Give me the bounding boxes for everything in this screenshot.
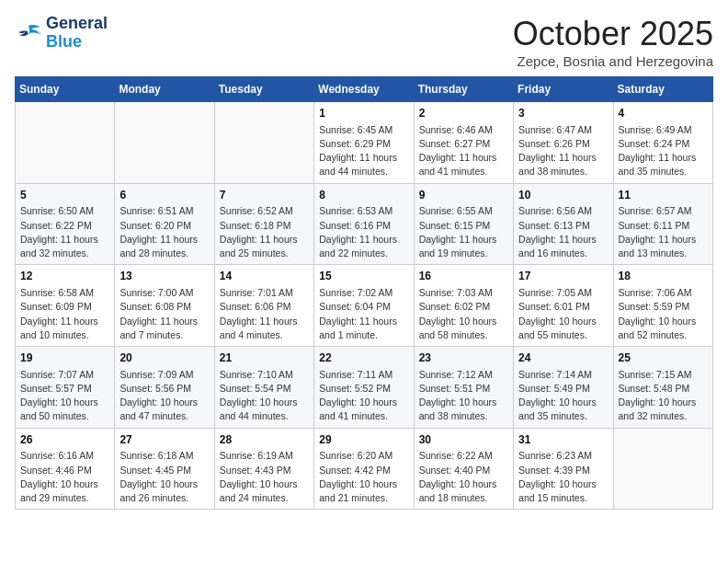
day-info: Sunrise: 7:12 AM Sunset: 5:51 PM Dayligh… [419, 368, 508, 424]
calendar-cell [16, 102, 115, 184]
calendar-cell: 15Sunrise: 7:02 AM Sunset: 6:04 PM Dayli… [314, 265, 414, 347]
day-number: 25 [619, 350, 708, 366]
day-info: Sunrise: 7:01 AM Sunset: 6:06 PM Dayligh… [220, 286, 309, 342]
calendar-week-3: 12Sunrise: 6:58 AM Sunset: 6:09 PM Dayli… [16, 265, 713, 347]
day-info: Sunrise: 6:49 AM Sunset: 6:24 PM Dayligh… [619, 123, 708, 179]
day-number: 21 [220, 350, 309, 366]
day-info: Sunrise: 6:50 AM Sunset: 6:22 PM Dayligh… [20, 204, 109, 260]
day-number: 4 [619, 106, 708, 121]
page-header: General Blue October 2025 Zepce, Bosnia … [15, 15, 713, 69]
day-number: 14 [220, 269, 309, 284]
logo-icon [15, 22, 42, 44]
calendar-cell: 20Sunrise: 7:09 AM Sunset: 5:56 PM Dayli… [115, 347, 214, 429]
calendar-week-4: 19Sunrise: 7:07 AM Sunset: 5:57 PM Dayli… [16, 347, 713, 429]
day-info: Sunrise: 6:58 AM Sunset: 6:09 PM Dayligh… [20, 286, 109, 342]
logo: General Blue [15, 15, 108, 52]
day-info: Sunrise: 6:53 AM Sunset: 6:16 PM Dayligh… [319, 204, 408, 260]
calendar-cell: 2Sunrise: 6:46 AM Sunset: 6:27 PM Daylig… [414, 102, 513, 184]
calendar-cell: 14Sunrise: 7:01 AM Sunset: 6:06 PM Dayli… [214, 265, 313, 347]
day-number: 18 [619, 269, 708, 284]
day-info: Sunrise: 6:56 AM Sunset: 6:13 PM Dayligh… [518, 204, 608, 260]
day-info: Sunrise: 6:19 AM Sunset: 4:43 PM Dayligh… [220, 449, 309, 505]
calendar-cell: 23Sunrise: 7:12 AM Sunset: 5:51 PM Dayli… [414, 347, 513, 429]
day-number: 8 [319, 188, 408, 203]
day-number: 5 [20, 188, 109, 203]
day-info: Sunrise: 7:02 AM Sunset: 6:04 PM Dayligh… [319, 286, 408, 342]
calendar-cell [613, 428, 712, 510]
day-number: 16 [419, 269, 508, 284]
column-header-saturday: Saturday [613, 77, 712, 102]
calendar-cell: 13Sunrise: 7:00 AM Sunset: 6:08 PM Dayli… [115, 265, 214, 347]
calendar-cell: 27Sunrise: 6:18 AM Sunset: 4:45 PM Dayli… [115, 428, 214, 510]
calendar-cell: 7Sunrise: 6:52 AM Sunset: 6:18 PM Daylig… [214, 183, 313, 265]
day-number: 7 [220, 188, 309, 203]
calendar-cell: 16Sunrise: 7:03 AM Sunset: 6:02 PM Dayli… [414, 265, 513, 347]
day-number: 30 [419, 432, 508, 448]
day-info: Sunrise: 7:05 AM Sunset: 6:01 PM Dayligh… [518, 286, 608, 342]
day-number: 23 [419, 350, 508, 366]
day-info: Sunrise: 6:52 AM Sunset: 6:18 PM Dayligh… [220, 204, 309, 260]
day-number: 28 [220, 432, 309, 448]
day-number: 22 [319, 350, 408, 366]
day-number: 27 [119, 432, 209, 448]
day-info: Sunrise: 6:45 AM Sunset: 6:29 PM Dayligh… [319, 123, 408, 179]
calendar-cell: 5Sunrise: 6:50 AM Sunset: 6:22 PM Daylig… [16, 183, 115, 265]
day-number: 15 [319, 269, 408, 284]
day-info: Sunrise: 6:51 AM Sunset: 6:20 PM Dayligh… [119, 204, 209, 260]
calendar-cell: 11Sunrise: 6:57 AM Sunset: 6:11 PM Dayli… [613, 183, 712, 265]
day-info: Sunrise: 7:15 AM Sunset: 5:48 PM Dayligh… [619, 368, 708, 424]
day-info: Sunrise: 7:11 AM Sunset: 5:52 PM Dayligh… [319, 368, 408, 424]
day-number: 20 [119, 350, 209, 366]
day-number: 6 [119, 188, 209, 203]
day-info: Sunrise: 6:16 AM Sunset: 4:46 PM Dayligh… [20, 449, 109, 505]
column-header-tuesday: Tuesday [214, 77, 313, 102]
calendar-cell: 1Sunrise: 6:45 AM Sunset: 6:29 PM Daylig… [314, 102, 414, 184]
calendar-cell: 29Sunrise: 6:20 AM Sunset: 4:42 PM Dayli… [314, 428, 414, 510]
day-number: 24 [518, 350, 608, 366]
calendar-week-1: 1Sunrise: 6:45 AM Sunset: 6:29 PM Daylig… [16, 102, 713, 184]
day-number: 19 [20, 350, 109, 366]
calendar-cell: 4Sunrise: 6:49 AM Sunset: 6:24 PM Daylig… [613, 102, 712, 184]
day-info: Sunrise: 7:07 AM Sunset: 5:57 PM Dayligh… [20, 368, 109, 424]
calendar-cell: 8Sunrise: 6:53 AM Sunset: 6:16 PM Daylig… [314, 183, 414, 265]
calendar-cell: 24Sunrise: 7:14 AM Sunset: 5:49 PM Dayli… [514, 347, 613, 429]
calendar-week-5: 26Sunrise: 6:16 AM Sunset: 4:46 PM Dayli… [16, 428, 713, 510]
day-info: Sunrise: 7:10 AM Sunset: 5:54 PM Dayligh… [220, 368, 309, 424]
day-number: 10 [518, 188, 608, 203]
day-info: Sunrise: 7:06 AM Sunset: 5:59 PM Dayligh… [619, 286, 708, 342]
day-info: Sunrise: 6:46 AM Sunset: 6:27 PM Dayligh… [419, 123, 508, 179]
calendar-cell: 19Sunrise: 7:07 AM Sunset: 5:57 PM Dayli… [16, 347, 115, 429]
calendar-cell: 25Sunrise: 7:15 AM Sunset: 5:48 PM Dayli… [613, 347, 712, 429]
calendar-week-2: 5Sunrise: 6:50 AM Sunset: 6:22 PM Daylig… [16, 183, 713, 265]
calendar-cell: 30Sunrise: 6:22 AM Sunset: 4:40 PM Dayli… [414, 428, 513, 510]
calendar-cell: 28Sunrise: 6:19 AM Sunset: 4:43 PM Dayli… [214, 428, 313, 510]
day-number: 11 [619, 188, 708, 203]
day-number: 2 [419, 106, 508, 121]
column-header-sunday: Sunday [16, 77, 115, 102]
day-number: 13 [119, 269, 209, 284]
day-number: 1 [319, 106, 408, 121]
calendar-cell: 3Sunrise: 6:47 AM Sunset: 6:26 PM Daylig… [514, 102, 613, 184]
day-info: Sunrise: 7:00 AM Sunset: 6:08 PM Dayligh… [119, 286, 209, 342]
day-number: 26 [20, 432, 109, 448]
calendar-cell [214, 102, 313, 184]
day-number: 3 [518, 106, 608, 121]
day-number: 29 [319, 432, 408, 448]
day-info: Sunrise: 7:09 AM Sunset: 5:56 PM Dayligh… [119, 368, 209, 424]
day-info: Sunrise: 7:03 AM Sunset: 6:02 PM Dayligh… [419, 286, 508, 342]
column-header-thursday: Thursday [414, 77, 513, 102]
day-info: Sunrise: 7:14 AM Sunset: 5:49 PM Dayligh… [518, 368, 608, 424]
day-info: Sunrise: 6:57 AM Sunset: 6:11 PM Dayligh… [619, 204, 708, 260]
day-info: Sunrise: 6:22 AM Sunset: 4:40 PM Dayligh… [419, 449, 508, 505]
calendar-cell: 9Sunrise: 6:55 AM Sunset: 6:15 PM Daylig… [414, 183, 513, 265]
day-info: Sunrise: 6:20 AM Sunset: 4:42 PM Dayligh… [319, 449, 408, 505]
day-number: 17 [518, 269, 608, 284]
month-title: October 2025 [513, 15, 713, 53]
day-info: Sunrise: 6:23 AM Sunset: 4:39 PM Dayligh… [518, 449, 608, 505]
day-info: Sunrise: 6:47 AM Sunset: 6:26 PM Dayligh… [518, 123, 608, 179]
calendar-cell: 17Sunrise: 7:05 AM Sunset: 6:01 PM Dayli… [514, 265, 613, 347]
column-header-wednesday: Wednesday [314, 77, 414, 102]
title-block: October 2025 Zepce, Bosnia and Herzegovi… [513, 15, 713, 69]
calendar-cell [115, 102, 214, 184]
day-info: Sunrise: 6:55 AM Sunset: 6:15 PM Dayligh… [419, 204, 508, 260]
